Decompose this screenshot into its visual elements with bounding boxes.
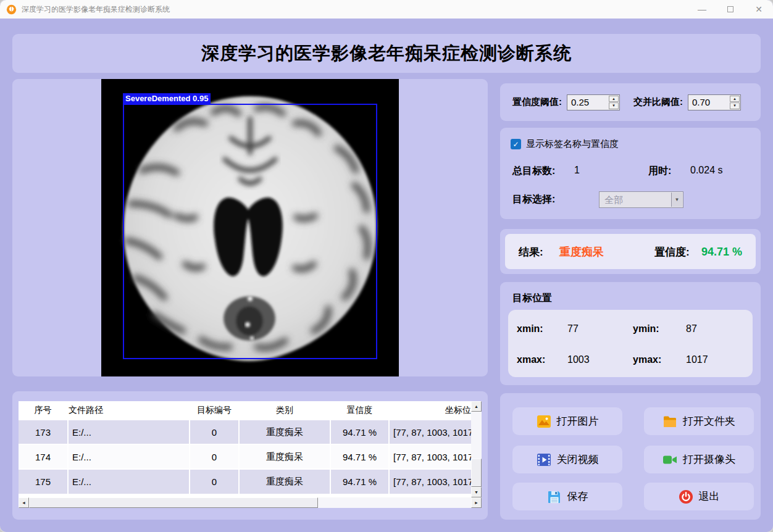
open-camera-label: 打开摄像头	[683, 452, 735, 467]
col-header-index[interactable]: 序号	[19, 401, 68, 420]
target-select-label: 目标选择:	[512, 193, 555, 206]
cell-class: 重度痴呆	[239, 420, 330, 444]
xmin-value: 77	[567, 323, 579, 335]
result-value: 重度痴呆	[559, 244, 604, 259]
cell-index: 174	[19, 444, 68, 469]
close-video-button[interactable]: 关闭视频	[512, 446, 622, 473]
spin-up-icon[interactable]: ▲	[730, 96, 740, 102]
confidence-threshold-value: 0.25	[571, 95, 589, 110]
exit-button[interactable]: 退出	[644, 483, 754, 510]
iou-threshold-spinbox[interactable]: 0.70 ▲ ▼	[688, 94, 741, 110]
page-title: 深度学习的医学影像老年痴呆症检测诊断系统	[201, 41, 572, 66]
col-header-filepath[interactable]: 文件路径	[68, 401, 190, 420]
scroll-up-icon[interactable]: ▲	[471, 401, 482, 412]
cell-coords: [77, 87, 1003, 1017]	[389, 444, 482, 469]
cell-coords: [77, 87, 1003, 1017]	[389, 469, 482, 494]
image-viewer-panel: SevereDemented 0.95	[12, 79, 488, 376]
minimize-icon: —	[698, 4, 706, 14]
cell-confidence: 94.71 %	[330, 444, 389, 469]
video-icon	[537, 452, 551, 467]
cell-class: 重度痴呆	[239, 469, 330, 494]
open-image-button[interactable]: 打开图片	[512, 407, 622, 435]
cell-index: 173	[19, 420, 68, 444]
checkmark-icon: ✓	[512, 140, 519, 149]
open-folder-label: 打开文件夹	[683, 414, 735, 428]
close-video-label: 关闭视频	[557, 452, 599, 467]
cell-index: 175	[19, 469, 68, 494]
scroll-down-icon[interactable]: ▼	[471, 487, 482, 497]
horizontal-scrollbar-thumb[interactable]	[29, 497, 318, 508]
spin-down-icon[interactable]: ▼	[609, 102, 619, 109]
table-header-row: 序号 文件路径 目标编号 类别 置信度 坐标位置	[19, 401, 482, 420]
scroll-left-icon[interactable]: ◄	[19, 497, 29, 508]
open-camera-button[interactable]: 打开摄像头	[644, 446, 754, 473]
window-title: 深度学习的医学影像老年痴呆症检测诊断系统	[22, 4, 170, 15]
open-folder-button[interactable]: 打开文件夹	[644, 407, 754, 435]
folder-icon	[662, 414, 677, 429]
col-header-coords[interactable]: 坐标位置	[389, 401, 482, 420]
spin-down-icon[interactable]: ▼	[730, 102, 740, 109]
image-icon	[537, 414, 551, 429]
horizontal-scrollbar[interactable]: ◄ ►	[19, 497, 482, 508]
results-table: 序号 文件路径 目标编号 类别 置信度 坐标位置 173 E:/... 0 重度…	[19, 401, 482, 497]
time-value: 0.024 s	[690, 165, 722, 176]
xmax-value: 1003	[567, 354, 590, 365]
time-label: 用时:	[648, 165, 671, 178]
detection-label: SevereDemented 0.95	[123, 93, 211, 104]
power-icon	[679, 489, 693, 504]
save-button[interactable]: 保存	[512, 483, 622, 510]
threshold-panel: 置信度阈值: 0.25 ▲ ▼ 交并比阈值: 0.70 ▲ ▼	[500, 83, 761, 121]
cell-filepath: E:/...	[68, 469, 190, 494]
xmin-label: xmin:	[517, 323, 543, 335]
app-window: 深度学习的医学影像老年痴呆症检测诊断系统 — ✕ 深度学习的医学影像老年痴呆症检…	[0, 0, 773, 532]
save-label: 保存	[567, 489, 588, 504]
minimize-button[interactable]: —	[688, 0, 716, 19]
cell-filepath: E:/...	[68, 420, 190, 444]
ymin-label: ymin:	[633, 323, 659, 335]
mri-image: SevereDemented 0.95	[101, 79, 399, 376]
result-panel: 结果: 重度痴呆 置信度: 94.71 %	[500, 229, 761, 274]
detection-bounding-box	[123, 104, 377, 359]
table-row[interactable]: 174 E:/... 0 重度痴呆 94.71 % [77, 87, 1003,…	[19, 444, 482, 469]
table-row[interactable]: 175 E:/... 0 重度痴呆 94.71 % [77, 87, 1003,…	[19, 469, 482, 494]
total-targets-value: 1	[574, 165, 580, 176]
cell-target-id: 0	[190, 420, 239, 444]
col-header-class[interactable]: 类别	[239, 401, 330, 420]
maximize-button[interactable]	[716, 0, 745, 19]
exit-label: 退出	[699, 489, 720, 504]
dropdown-arrow-icon[interactable]: ▼	[671, 193, 682, 207]
page-title-banner: 深度学习的医学影像老年痴呆症检测诊断系统	[12, 34, 761, 73]
detection-info-panel: ✓ 显示标签名称与置信度 总目标数: 1 用时: 0.024 s 目标选择: 全…	[500, 128, 761, 219]
result-confidence-value: 94.71 %	[701, 245, 742, 258]
col-header-confidence[interactable]: 置信度	[330, 401, 389, 420]
result-label: 结果:	[519, 244, 543, 259]
spin-up-icon[interactable]: ▲	[609, 96, 619, 102]
cell-confidence: 94.71 %	[330, 469, 389, 494]
confidence-threshold-spinbox[interactable]: 0.25 ▲ ▼	[567, 94, 620, 110]
show-labels-checkbox[interactable]: ✓	[511, 139, 521, 149]
result-confidence-label: 置信度:	[654, 244, 690, 259]
close-button[interactable]: ✕	[745, 0, 773, 19]
target-select-dropdown[interactable]: 全部 ▼	[599, 191, 683, 208]
iou-threshold-label: 交并比阈值:	[633, 96, 683, 108]
xmax-label: xmax:	[517, 354, 545, 365]
titlebar: 深度学习的医学影像老年痴呆症检测诊断系统 — ✕	[0, 0, 773, 19]
camera-icon	[662, 452, 677, 467]
save-icon	[547, 489, 562, 504]
show-labels-label: 显示标签名称与置信度	[526, 138, 619, 150]
scroll-right-icon[interactable]: ►	[471, 497, 482, 508]
ymax-label: ymax:	[633, 354, 661, 365]
col-header-target-id[interactable]: 目标编号	[190, 401, 239, 420]
vertical-scrollbar-thumb[interactable]	[471, 459, 482, 487]
close-icon: ✕	[755, 4, 763, 14]
target-select-value: 全部	[604, 192, 623, 207]
cell-target-id: 0	[190, 469, 239, 494]
cell-filepath: E:/...	[68, 444, 190, 469]
ymax-value: 1017	[686, 354, 708, 365]
iou-threshold-value: 0.70	[692, 95, 710, 110]
app-logo-icon	[6, 4, 17, 15]
confidence-threshold-label: 置信度阈值:	[512, 96, 562, 108]
results-table-panel: 序号 文件路径 目标编号 类别 置信度 坐标位置 173 E:/... 0 重度…	[12, 391, 488, 520]
vertical-scrollbar[interactable]: ▲ ▼	[471, 401, 482, 497]
table-row[interactable]: 173 E:/... 0 重度痴呆 94.71 % [77, 87, 1003,…	[19, 420, 482, 444]
